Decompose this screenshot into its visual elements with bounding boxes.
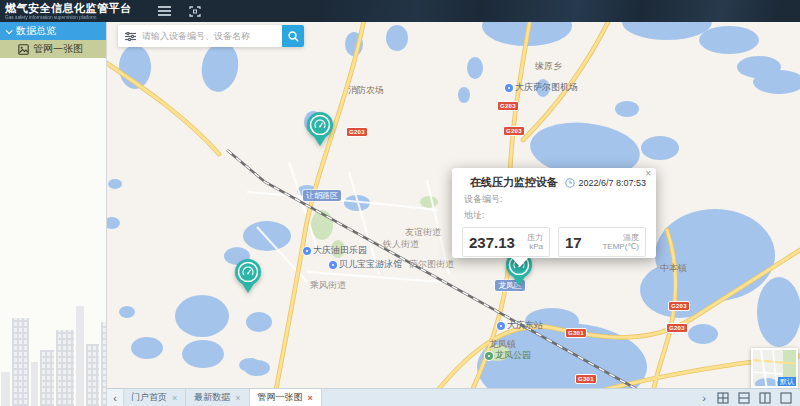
temperature-label: 温度TEMP(℃) <box>602 233 639 251</box>
tab-close-icon[interactable]: × <box>235 393 240 403</box>
map-label: 贝儿宝宝游泳馆 <box>329 258 402 271</box>
road-shield: G203 <box>668 301 690 311</box>
tab-scroll-left-icon[interactable]: ‹ <box>107 389 123 406</box>
search-button[interactable] <box>282 25 304 47</box>
map-label: 中本镇 <box>660 262 687 275</box>
minimap[interactable]: 默认 <box>751 348 798 388</box>
app-window: 燃气安全信息化监管平台 Gas safety information super… <box>0 0 800 406</box>
layout-single-icon[interactable] <box>780 392 792 404</box>
layout-grid-icon[interactable] <box>717 392 729 404</box>
map-label: 大庆东站 <box>497 319 543 332</box>
device-info-popup: × 在线压力监控设备 2022/6/7 8:07:53 设备编号: 地址: 23… <box>452 168 656 258</box>
marker-tail <box>241 282 255 293</box>
app-title: 燃气安全信息化监管平台 <box>5 3 132 14</box>
pressure-metric: 237.13 压力kPa <box>462 227 550 257</box>
sidebar: 数据总览 管网一张图 <box>0 22 107 406</box>
sidebar-item-pipeline-map[interactable]: 管网一张图 <box>0 40 106 58</box>
minimap-default-button[interactable]: 默认 <box>778 377 796 386</box>
temperature-value: 17 <box>565 234 582 251</box>
marker-tail <box>313 135 327 146</box>
tab-label: 门户首页 <box>131 391 167 404</box>
road-shield: G203 <box>503 126 525 136</box>
station-poi-icon <box>497 322 505 330</box>
device-marker[interactable] <box>306 111 334 151</box>
map-label: 乘风街道 <box>310 279 346 292</box>
close-icon[interactable]: × <box>645 169 651 179</box>
map-label: 大庆萨尔图机场 <box>505 81 578 94</box>
top-header: 燃气安全信息化监管平台 Gas safety information super… <box>0 0 800 22</box>
airport-poi-icon <box>505 84 513 92</box>
app-brand: 燃气安全信息化监管平台 Gas safety information super… <box>0 3 132 20</box>
sidebar-item-label: 管网一张图 <box>33 42 83 56</box>
device-search-bar <box>118 25 304 47</box>
fullscreen-icon[interactable] <box>189 6 201 17</box>
sidebar-group-label: 数据总览 <box>16 24 56 38</box>
tab-scroll-right-icon[interactable]: › <box>702 392 706 404</box>
map-label: 缘原乡 <box>535 60 562 73</box>
app-subtitle: Gas safety information supervision platf… <box>5 15 125 20</box>
map-label: 让胡路区 <box>303 190 341 201</box>
sidebar-group-data-overview[interactable]: 数据总览 <box>0 22 106 40</box>
road-shield: G203 <box>497 101 519 111</box>
clock-icon <box>565 178 575 188</box>
search-input[interactable] <box>142 31 282 41</box>
filter-icon[interactable] <box>125 32 136 41</box>
attraction-poi-icon <box>303 247 311 255</box>
address-field: 地址: <box>452 206 656 222</box>
marker-tail <box>512 275 526 286</box>
search-icon <box>288 31 299 42</box>
tab-pipeline-map[interactable]: 管网一张图 × <box>250 389 322 406</box>
tab-latest-data[interactable]: 最新数据 × <box>186 389 249 406</box>
pressure-label: 压力kPa <box>527 233 543 251</box>
device-marker[interactable] <box>234 258 262 298</box>
road-shield: G203 <box>346 127 368 137</box>
tab-close-icon[interactable]: × <box>308 393 313 403</box>
road-shield: G301 <box>565 328 587 338</box>
map-label: 消防农场 <box>348 84 384 97</box>
city-skyline-illustration <box>0 288 107 406</box>
temperature-metric: 17 温度TEMP(℃) <box>558 227 646 257</box>
road-shield: G203 <box>666 323 688 333</box>
tab-label: 最新数据 <box>194 391 230 404</box>
layout-split-vertical-icon[interactable] <box>759 392 771 404</box>
popup-datetime: 2022/6/7 8:07:53 <box>565 178 646 188</box>
park-poi-icon <box>485 352 493 360</box>
chevron-down-icon <box>6 27 13 34</box>
map-label: 铁人街道 <box>383 238 419 251</box>
menu-hamburger-icon[interactable] <box>158 6 171 16</box>
tab-close-icon[interactable]: × <box>172 393 177 403</box>
map-canvas[interactable]: 消防农场缘原乡大庆萨尔图机场让胡路区大庆油田乐园贝儿宝宝游泳馆铁人街道友谊街道萨… <box>107 22 800 406</box>
map-label: 龙凤公园 <box>485 349 531 362</box>
map-image-icon <box>18 44 29 55</box>
bottom-tab-bar: ‹ 门户首页 × 最新数据 × 管网一张图 × › <box>107 388 800 406</box>
layout-split-horizontal-icon[interactable] <box>738 392 750 404</box>
popup-title: 在线压力监控设备 <box>462 175 565 190</box>
tab-portal-home[interactable]: 门户首页 × <box>123 389 186 406</box>
map-label: 大庆油田乐园 <box>303 244 367 257</box>
attraction-poi-icon <box>329 261 337 269</box>
pressure-value: 237.13 <box>469 234 515 251</box>
road-shield: G301 <box>575 374 597 384</box>
tab-label: 管网一张图 <box>258 391 303 404</box>
device-id-field: 设备编号: <box>452 190 656 206</box>
map-label: 萨尔图街道 <box>409 258 454 271</box>
map-label: 友谊街道 <box>405 226 441 239</box>
